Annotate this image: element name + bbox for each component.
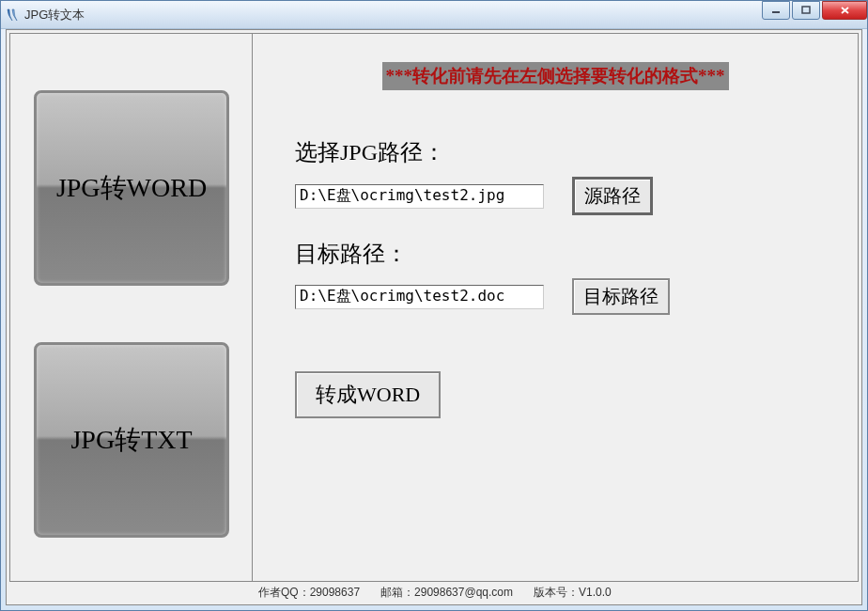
source-path-input[interactable] bbox=[295, 184, 544, 209]
svg-rect-0 bbox=[772, 11, 780, 13]
convert-button[interactable]: 转成WORD bbox=[295, 371, 441, 418]
window-title: JPG转文本 bbox=[24, 7, 85, 24]
left-panel: JPG转WORD JPG转TXT bbox=[10, 34, 253, 581]
target-browse-button[interactable]: 目标路径 bbox=[572, 278, 670, 315]
mode-label: JPG转WORD bbox=[56, 170, 207, 206]
mode-label: JPG转TXT bbox=[70, 422, 192, 458]
content-frame: JPG转WORD JPG转TXT ***转化前请先在左侧选择要转化的格式*** … bbox=[9, 33, 859, 582]
maximize-button[interactable] bbox=[792, 1, 820, 20]
right-panel: ***转化前请先在左侧选择要转化的格式*** 选择JPG路径： 源路径 目标路径… bbox=[253, 34, 858, 581]
instruction-text: ***转化前请先在左侧选择要转化的格式*** bbox=[382, 62, 729, 90]
status-version: 版本号：V1.0.0 bbox=[534, 585, 612, 601]
client-area: JPG转WORD JPG转TXT ***转化前请先在左侧选择要转化的格式*** … bbox=[6, 29, 862, 605]
close-button[interactable] bbox=[822, 1, 867, 20]
source-browse-button[interactable]: 源路径 bbox=[572, 177, 653, 215]
main-window: JPG转文本 JPG转WORD JPG转TXT bbox=[0, 0, 868, 611]
mode-jpg-to-txt[interactable]: JPG转TXT bbox=[34, 342, 229, 538]
minimize-button[interactable] bbox=[762, 1, 790, 20]
statusbar: 作者QQ：29098637 邮箱：29098637@qq.com 版本号：V1.… bbox=[9, 583, 859, 602]
target-group: 目标路径： 目标路径 bbox=[295, 239, 815, 315]
status-qq: 作者QQ：29098637 bbox=[258, 585, 360, 601]
app-icon bbox=[5, 8, 20, 23]
window-controls bbox=[760, 1, 867, 22]
target-label: 目标路径： bbox=[295, 239, 815, 269]
status-email: 邮箱：29098637@qq.com bbox=[380, 585, 513, 601]
mode-jpg-to-word[interactable]: JPG转WORD bbox=[34, 90, 229, 286]
svg-rect-1 bbox=[802, 7, 810, 13]
target-path-input[interactable] bbox=[295, 285, 544, 309]
titlebar[interactable]: JPG转文本 bbox=[1, 1, 867, 29]
source-group: 选择JPG路径： 源路径 bbox=[295, 137, 815, 215]
source-label: 选择JPG路径： bbox=[295, 137, 815, 167]
